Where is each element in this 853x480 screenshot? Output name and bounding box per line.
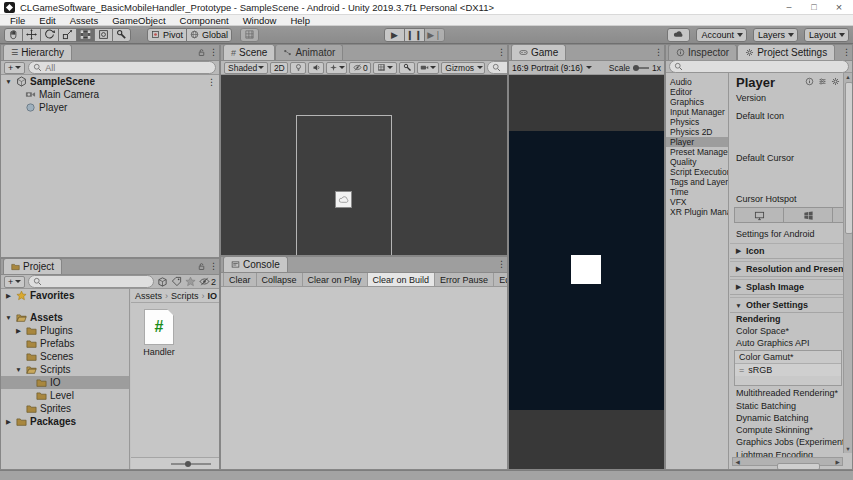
menu-help[interactable]: Help xyxy=(283,15,317,26)
camera-settings-dropdown[interactable] xyxy=(417,62,439,74)
panel-menu-icon[interactable]: ⋮ xyxy=(208,261,219,271)
scroll-down-icon[interactable]: ▼ xyxy=(844,446,852,452)
2d-toggle-button[interactable]: 2D xyxy=(270,62,288,74)
section-other-settings-foldout[interactable]: ▼ Other Settings xyxy=(730,297,845,313)
console-error-pause-button[interactable]: Error Pause xyxy=(435,273,494,286)
hidden-objects-toggle[interactable]: 0 xyxy=(349,62,371,74)
settings-category-editor[interactable]: Editor xyxy=(666,87,728,97)
settings-category-physics[interactable]: Physics xyxy=(666,117,728,127)
create-asset-button[interactable]: + xyxy=(4,276,25,288)
foldout-arrow-icon[interactable]: ▼ xyxy=(4,314,13,321)
preset-icon[interactable] xyxy=(818,77,827,86)
scrollbar-thumb[interactable] xyxy=(845,82,852,234)
horizontal-scrollbar[interactable]: ◀ ▶ xyxy=(732,457,843,466)
project-search-field[interactable] xyxy=(28,275,154,288)
account-dropdown[interactable]: Account xyxy=(696,28,747,42)
section-resolution-foldout[interactable]: ▶ Resolution and Presenta xyxy=(730,261,845,277)
help-icon[interactable] xyxy=(805,77,814,86)
audio-toggle-button[interactable] xyxy=(308,62,324,74)
console-collapse-button[interactable]: Collapse xyxy=(257,273,303,286)
tab-animator[interactable]: Animator xyxy=(275,44,343,60)
console-clear-button[interactable]: Clear xyxy=(223,273,257,286)
color-space-label[interactable]: Color Space* xyxy=(736,326,789,336)
hidden-count-toggle[interactable]: 2 xyxy=(199,276,216,287)
platform-tab-windows[interactable] xyxy=(784,208,833,222)
console-log-area[interactable] xyxy=(221,287,507,469)
auto-graphics-api-label[interactable]: Auto Graphics API xyxy=(736,338,810,348)
console-editor-dropdown[interactable]: Editor xyxy=(494,273,508,286)
menu-component[interactable]: Component xyxy=(173,15,236,26)
settings-category-graphics[interactable]: Graphics xyxy=(666,97,728,107)
lighting-toggle-button[interactable] xyxy=(290,62,306,74)
settings-category-preset-manager[interactable]: Preset Manager xyxy=(666,147,728,157)
scene-menu-icon[interactable]: ⋮ xyxy=(206,77,217,87)
settings-category-vfx[interactable]: VFX xyxy=(666,197,728,207)
panel-menu-icon[interactable]: ⋮ xyxy=(496,259,507,269)
hand-tool-button[interactable] xyxy=(4,28,23,42)
foldout-arrow-icon[interactable]: ▶ xyxy=(14,327,23,335)
project-row-prefabs[interactable]: Prefabs xyxy=(1,337,129,350)
project-row-io[interactable]: IO xyxy=(1,376,129,389)
move-tool-button[interactable] xyxy=(22,28,41,42)
settings-category-player[interactable]: Player xyxy=(666,137,728,147)
pivot-toggle-button[interactable]: Pivot xyxy=(147,28,187,42)
setting-static-batching[interactable]: Static Batching xyxy=(736,401,796,411)
grid-snapping-button[interactable] xyxy=(240,28,259,42)
hierarchy-row-player[interactable]: Player xyxy=(1,101,219,114)
panel-menu-icon[interactable]: ⋮ xyxy=(841,47,852,57)
project-row-scripts[interactable]: ▼ Scripts xyxy=(1,363,129,376)
pause-button[interactable]: ❙❙ xyxy=(404,28,425,42)
project-row-packages[interactable]: ▶ Packages xyxy=(1,415,129,428)
breadcrumb-assets[interactable]: Assets xyxy=(135,291,162,301)
foldout-arrow-icon[interactable]: ▼ xyxy=(4,78,13,85)
tab-project-settings[interactable]: Project Settings xyxy=(737,44,835,60)
hierarchy-search-input[interactable] xyxy=(45,63,211,73)
layers-dropdown[interactable]: Layers xyxy=(753,28,798,42)
asset-zoom-slider[interactable] xyxy=(171,463,211,465)
color-gamut-item-srgb[interactable]: = sRGB xyxy=(735,363,841,376)
console-clear-on-build-button[interactable]: Clear on Build xyxy=(368,273,436,286)
favorites-star-icon[interactable] xyxy=(185,276,196,287)
project-row-scenes[interactable]: Scenes xyxy=(1,350,129,363)
tab-inspector[interactable]: Inspector xyxy=(668,44,737,60)
lock-icon[interactable] xyxy=(197,262,206,271)
game-viewport[interactable] xyxy=(509,75,664,469)
settings-category-input-manager[interactable]: Input Manager xyxy=(666,107,728,117)
label-tag-icon[interactable] xyxy=(171,276,182,287)
project-row-plugins[interactable]: ▶ Plugins xyxy=(1,324,129,337)
panel-menu-icon[interactable]: ⋮ xyxy=(496,47,507,57)
effects-dropdown[interactable] xyxy=(326,62,347,74)
setting-compute-skinning[interactable]: Compute Skinning* xyxy=(736,425,813,435)
slider-knob[interactable] xyxy=(185,461,191,467)
console-clear-on-play-button[interactable]: Clear on Play xyxy=(303,273,368,286)
minimize-button[interactable]: – xyxy=(779,1,799,14)
project-row-favorites[interactable]: ▶ Favorites xyxy=(1,289,129,302)
scroll-right-icon[interactable]: ▶ xyxy=(833,459,842,465)
menu-gameobject[interactable]: GameObject xyxy=(105,15,172,26)
scroll-left-icon[interactable]: ◀ xyxy=(733,459,742,465)
settings-category-audio[interactable]: Audio xyxy=(666,77,728,87)
settings-category-tags-and-layers[interactable]: Tags and Layers xyxy=(666,177,728,187)
collab-cloud-button[interactable] xyxy=(667,28,690,42)
transform-tool-button[interactable] xyxy=(94,28,113,42)
asset-item-handler[interactable]: # Handler xyxy=(139,309,179,357)
rotate-tool-button[interactable] xyxy=(40,28,59,42)
foldout-arrow-icon[interactable]: ▶ xyxy=(4,292,13,300)
player-sprite-handle[interactable] xyxy=(335,191,352,208)
foldout-arrow-icon[interactable]: ▶ xyxy=(4,418,13,426)
platform-tab-standalone[interactable] xyxy=(735,208,784,222)
hierarchy-search-field[interactable] xyxy=(28,61,216,74)
lock-icon[interactable] xyxy=(197,48,206,57)
breadcrumb-io[interactable]: IO xyxy=(208,291,218,301)
gizmos-dropdown[interactable]: Gizmos xyxy=(441,62,485,74)
section-icon-foldout[interactable]: ▶ Icon xyxy=(730,243,845,259)
setting-multithreaded-rendering[interactable]: Multithreaded Rendering* xyxy=(736,388,838,398)
foldout-arrow-icon[interactable]: ▼ xyxy=(14,366,23,373)
custom-tool-button[interactable] xyxy=(112,28,131,42)
settings-category-xr-plugin-management[interactable]: XR Plugin Manag xyxy=(666,207,728,217)
settings-search-field[interactable] xyxy=(669,60,849,73)
panel-menu-icon[interactable]: ⋮ xyxy=(653,47,664,57)
rect-tool-button[interactable] xyxy=(76,28,95,42)
drag-handle-icon[interactable]: = xyxy=(739,365,744,375)
create-object-button[interactable]: + xyxy=(4,62,25,74)
